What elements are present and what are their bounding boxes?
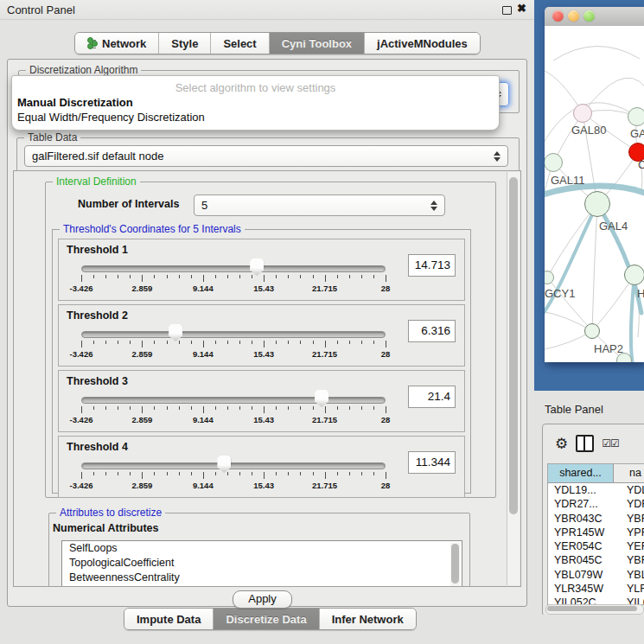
tick-label: 15.43 xyxy=(253,481,274,490)
network-node[interactable] xyxy=(624,265,644,285)
threshold-label: Threshold 1 xyxy=(67,244,128,256)
tab-impute-data[interactable]: Impute Data xyxy=(124,609,214,629)
cell-shared-name: YDR27... xyxy=(548,497,619,511)
close-icon[interactable]: ✖ xyxy=(517,2,526,15)
slider-thumb[interactable] xyxy=(250,258,264,276)
cell-name: YBL0 xyxy=(619,568,644,582)
node-label-gal80: GAL80 xyxy=(571,124,606,137)
slider-thumb[interactable] xyxy=(217,456,231,473)
threshold-slider[interactable]: -3.4262.8599.14415.4321.71528 xyxy=(81,456,386,494)
network-node[interactable] xyxy=(628,107,644,126)
attribute-item-selfloops[interactable]: SelfLoops xyxy=(62,541,462,556)
network-canvas[interactable]: GAL80GACGAL11GAL4GCY1HHAP2 xyxy=(545,26,644,362)
numerical-attributes-label: Numerical Attributes xyxy=(53,522,158,534)
threshold-label: Threshold 2 xyxy=(67,309,128,322)
table-row[interactable]: YBR045CYBR0 xyxy=(548,553,644,567)
tick-label: 15.43 xyxy=(253,415,274,424)
network-node[interactable] xyxy=(584,323,600,339)
network-view-window: GAL80GACGAL11GAL4GCY1HHAP2 xyxy=(545,7,644,362)
cell-name: YER0 xyxy=(619,539,644,553)
tab-select[interactable]: Select xyxy=(211,33,269,54)
dropdown-option-manual-discretization[interactable]: Manual Discretization xyxy=(17,96,133,109)
tab-label: Select xyxy=(223,37,256,50)
tab-infer-network[interactable]: Infer Network xyxy=(320,609,416,629)
network-node[interactable] xyxy=(584,191,610,217)
node-table[interactable]: shared... na YDL19...YDL1YDR27...YDR2YBR… xyxy=(547,463,644,605)
tab-discretize-data[interactable]: Discretize Data xyxy=(214,609,319,629)
bottom-tab-bar: Impute DataDiscretize DataInfer Network xyxy=(124,608,417,630)
tab-style[interactable]: Style xyxy=(159,33,211,54)
cell-shared-name: YBR043C xyxy=(548,512,619,526)
gear-icon[interactable]: ⚙ xyxy=(555,437,568,451)
table-data-group-label: Table Data xyxy=(24,131,80,143)
cell-shared-name: YBR045C xyxy=(548,553,619,567)
attribute-item-topologicalcoefficient[interactable]: TopologicalCoefficient xyxy=(62,556,462,571)
settings-scroll-panel: Interval Definition Number of Intervals … xyxy=(13,170,521,587)
slider-thumb[interactable] xyxy=(169,324,182,341)
panel-scrollbar[interactable] xyxy=(507,172,520,585)
apply-button[interactable]: Apply xyxy=(233,590,292,609)
table-row[interactable]: YPR145WYPR1 xyxy=(548,526,644,539)
control-panel: Control Panel ✖ NetworkStyleSelectCyni T… xyxy=(0,0,534,644)
table-row[interactable]: YER054CYER0 xyxy=(548,539,644,553)
tab-network[interactable]: Network xyxy=(75,33,159,54)
dropdown-placeholder-item[interactable]: Select algorithm to view settings xyxy=(12,81,499,94)
number-of-intervals-label: Number of Intervals xyxy=(78,198,179,210)
tab-jactivemnodules[interactable]: jActiveMNodules xyxy=(365,33,480,54)
threshold-value-field[interactable]: 11.344 xyxy=(408,451,456,474)
split-columns-icon[interactable] xyxy=(576,435,594,452)
slider-track[interactable] xyxy=(81,397,386,404)
cell-shared-name: YER054C xyxy=(548,539,619,553)
combo-stepper-icon xyxy=(490,151,504,162)
slider-track[interactable] xyxy=(81,265,386,272)
network-node[interactable] xyxy=(545,153,563,172)
table-horizontal-scrollbar[interactable] xyxy=(545,604,644,615)
panel-title: Control Panel xyxy=(7,3,75,16)
node-label-gcy1: GCY1 xyxy=(545,287,575,300)
tab-cyni-toolbox[interactable]: Cyni Toolbox xyxy=(270,33,365,54)
zoom-traffic-light-icon[interactable] xyxy=(583,10,595,22)
slider-thumb[interactable] xyxy=(315,390,328,407)
table-row[interactable]: YDR27...YDR2 xyxy=(548,497,644,511)
table-panel-window: ⚙ ☑☑ shared... na YDL19...YDL1YDR27...YD… xyxy=(542,424,644,616)
float-window-icon[interactable] xyxy=(502,6,512,15)
list-scrollbar[interactable] xyxy=(450,543,460,587)
tick-label: 28 xyxy=(381,481,391,490)
threshold-slider[interactable]: -3.4262.8599.14415.4321.71528 xyxy=(81,390,386,428)
table-row[interactable]: YBR043CYBR0 xyxy=(548,512,644,526)
attributes-group-label: Attributes to discretize xyxy=(56,507,165,519)
tick-label: 21.715 xyxy=(312,284,337,293)
tab-label: Impute Data xyxy=(137,613,201,626)
network-node[interactable] xyxy=(573,104,592,123)
cell-name: YDR2 xyxy=(619,497,644,511)
tick-label: 21.715 xyxy=(312,415,337,424)
tick-label: 15.43 xyxy=(253,349,274,359)
network-window-titlebar[interactable] xyxy=(545,7,644,27)
column-header-shared-name[interactable]: shared... xyxy=(548,464,614,482)
dropdown-option-equal-width-frequency[interactable]: Equal Width/Frequency Discretization xyxy=(17,111,205,124)
select-columns-icon[interactable]: ☑☑ xyxy=(602,437,619,450)
threshold-panel-3: Threshold 3-3.4262.8599.14415.4321.71528… xyxy=(58,370,465,432)
table-data-combobox[interactable]: galFiltered.sif default node xyxy=(24,145,508,167)
number-of-intervals-combobox[interactable]: 5 xyxy=(194,194,445,216)
threshold-value-field[interactable]: 21.4 xyxy=(408,386,456,408)
threshold-slider[interactable]: -3.4262.8599.14415.4321.71528 xyxy=(81,324,386,362)
table-row[interactable]: YDL19...YDL1 xyxy=(548,483,644,497)
slider-track[interactable] xyxy=(81,462,386,469)
threshold-value-field[interactable]: 6.316 xyxy=(408,320,456,342)
tick-label: 28 xyxy=(381,284,391,293)
threshold-slider[interactable]: -3.4262.8599.14415.4321.71528 xyxy=(81,258,386,296)
numerical-attributes-list[interactable]: SelfLoopsTopologicalCoefficientBetweenne… xyxy=(61,540,462,587)
table-row[interactable]: YBL079WYBL0 xyxy=(548,568,644,582)
minimize-traffic-light-icon[interactable] xyxy=(568,10,579,22)
control-panel-titlebar: Control Panel ✖ xyxy=(0,0,534,20)
column-header-name[interactable]: na xyxy=(614,464,644,482)
number-of-intervals-value: 5 xyxy=(194,199,427,212)
attribute-item-betweennesscentrality[interactable]: BetweennessCentrality xyxy=(62,571,462,585)
tick-label: 21.715 xyxy=(312,481,337,490)
close-traffic-light-icon[interactable] xyxy=(552,10,564,22)
table-row[interactable]: YLR345WYLR3 xyxy=(548,582,644,596)
cell-shared-name: YBL079W xyxy=(548,568,619,582)
slider-track[interactable] xyxy=(81,331,386,338)
threshold-value-field[interactable]: 14.713 xyxy=(408,254,456,277)
